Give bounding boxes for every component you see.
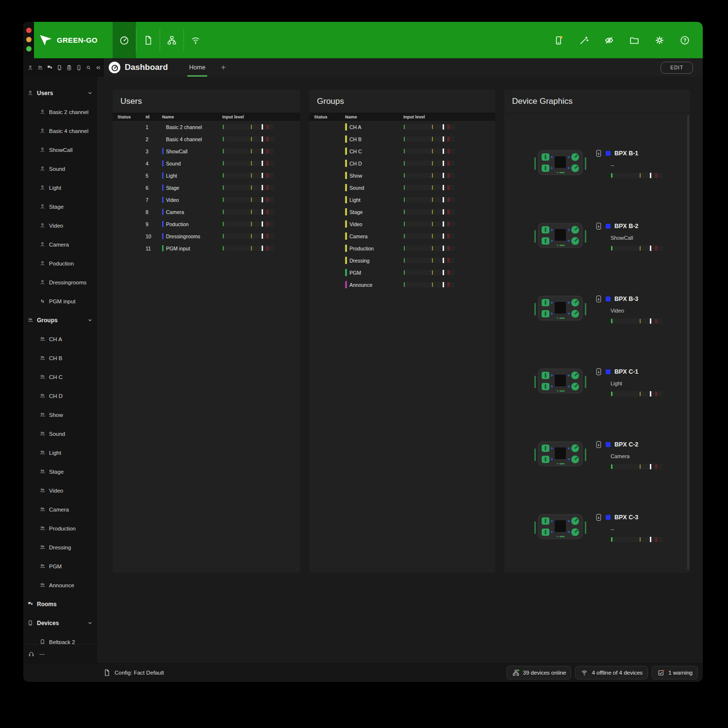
devices-offline-status[interactable]: 4 offline of 4 devices <box>575 666 648 679</box>
user-icon[interactable] <box>27 64 33 71</box>
sidebar-item-stage[interactable]: Stage <box>23 197 97 216</box>
sidebar-item-basic-4-channel[interactable]: Basic 4 channel <box>23 121 97 140</box>
table-row[interactable]: 5Light <box>113 169 300 182</box>
sidebar-item-light[interactable]: Light <box>23 178 97 197</box>
sidebar-item-ch-b[interactable]: CH B <box>23 348 97 367</box>
device-list-scrollbar[interactable] <box>687 115 689 570</box>
sidebar-item-dressing[interactable]: Dressing <box>23 538 97 557</box>
device-notification-button[interactable] <box>553 35 564 46</box>
sidebar-item-ch-c[interactable]: CH C <box>23 367 97 386</box>
new-tab-button[interactable]: + <box>221 63 226 72</box>
tab-home[interactable]: Home <box>186 58 208 77</box>
device-expand-icon[interactable] <box>596 222 602 230</box>
sidebar-item-pgm-input[interactable]: PGM input <box>23 292 97 311</box>
table-row[interactable]: CH B <box>309 133 495 145</box>
devices-online-status[interactable]: 39 devices online <box>507 666 572 679</box>
nav-file-button[interactable] <box>136 22 160 58</box>
clipboard-icon[interactable] <box>66 64 72 71</box>
sidebar-item-beltpack-2[interactable]: Beltpack 2 <box>23 632 97 645</box>
device-entry[interactable]: BPX B-2ShowCall <box>504 200 690 273</box>
gear-button[interactable] <box>654 35 665 46</box>
table-row[interactable]: 3ShowCall <box>113 145 300 157</box>
eye-off-button[interactable] <box>604 35 614 46</box>
magic-wand-button[interactable] <box>579 35 589 46</box>
edit-button[interactable]: EDIT <box>661 62 693 74</box>
window-zoom-button[interactable] <box>26 46 32 51</box>
table-row[interactable]: Show <box>309 169 495 182</box>
device-entry[interactable]: BPX C-1Light <box>504 346 690 418</box>
table-row[interactable]: Dressing <box>309 254 495 266</box>
window-minimize-button[interactable] <box>26 37 32 42</box>
warnings-status[interactable]: 1 warning <box>652 666 698 679</box>
nav-network-button[interactable] <box>160 22 183 58</box>
phone-icon[interactable] <box>76 64 82 71</box>
sidebar-section-users[interactable]: Users <box>23 83 97 102</box>
table-row[interactable]: 7Video <box>113 194 300 206</box>
table-row[interactable]: CH D <box>309 157 495 169</box>
device-entry[interactable]: BPX C-3-- <box>504 491 690 564</box>
search-icon[interactable] <box>85 64 92 71</box>
sidebar-item-production[interactable]: Production <box>23 519 97 538</box>
table-row[interactable]: 4Sound <box>113 157 300 169</box>
sidebar-item-video[interactable]: Video <box>23 216 97 235</box>
chat-icon[interactable] <box>47 64 53 71</box>
table-row[interactable]: 10Dressingrooms <box>113 230 300 242</box>
table-row[interactable]: 11PGM input <box>113 242 300 254</box>
collapse-left-icon[interactable] <box>95 64 101 71</box>
table-row[interactable]: PGM <box>309 266 495 279</box>
table-row[interactable]: CH A <box>309 121 495 133</box>
sidebar-item-showcall[interactable]: ShowCall <box>23 140 97 159</box>
table-row[interactable]: Camera <box>309 230 495 242</box>
user-group-icon[interactable] <box>37 64 43 71</box>
table-row[interactable]: 8Camera <box>113 206 300 218</box>
device-entry[interactable]: BPX B-3Video <box>504 273 690 346</box>
table-row[interactable]: Stage <box>309 206 495 218</box>
table-row[interactable]: Announce <box>309 279 495 291</box>
beltpack-icon[interactable] <box>56 64 63 71</box>
device-expand-icon[interactable] <box>596 368 602 376</box>
table-row[interactable]: Light <box>309 194 495 206</box>
table-row[interactable]: 6Stage <box>113 182 300 194</box>
device-entry[interactable]: BPX B-1-- <box>504 127 690 200</box>
sidebar-item-ch-d[interactable]: CH D <box>23 386 97 405</box>
sidebar-item-basic-2-channel[interactable]: Basic 2 channel <box>23 102 97 121</box>
help-button[interactable]: ? <box>679 35 690 46</box>
device-entry[interactable]: BPX C-2Camera <box>504 418 690 491</box>
sidebar-section-devices[interactable]: Devices <box>23 613 97 632</box>
table-row[interactable]: CH C <box>309 145 495 157</box>
table-row[interactable]: Production <box>309 242 495 254</box>
sidebar-section-groups[interactable]: Groups <box>23 311 97 330</box>
sidebar-item-sound[interactable]: Sound <box>23 159 97 178</box>
device-expand-icon[interactable] <box>596 441 602 448</box>
sidebar-section-rooms[interactable]: Rooms <box>23 595 97 613</box>
nav-wifi-button[interactable] <box>184 22 207 58</box>
chevron-down-icon[interactable] <box>87 317 93 323</box>
sidebar-item-show[interactable]: Show <box>23 405 97 424</box>
sidebar-item-light[interactable]: Light <box>23 443 97 462</box>
sidebar-item-poduction[interactable]: Poduction <box>23 254 97 273</box>
sidebar-item-ch-a[interactable]: CH A <box>23 330 97 348</box>
level-cell <box>403 221 495 227</box>
device-expand-icon[interactable] <box>596 149 602 157</box>
folder-button[interactable] <box>629 35 640 46</box>
sidebar-item-video[interactable]: Video <box>23 481 97 500</box>
table-row[interactable]: Video <box>309 218 495 230</box>
sidebar-item-camera[interactable]: Camera <box>23 500 97 519</box>
window-close-button[interactable] <box>26 28 32 33</box>
sidebar-item-stage[interactable]: Stage <box>23 462 97 481</box>
sidebar-item-pgm[interactable]: PGM <box>23 557 97 576</box>
chevron-down-icon[interactable] <box>87 90 93 96</box>
chevron-down-icon[interactable] <box>87 620 93 626</box>
headphone-icon[interactable] <box>28 651 34 657</box>
sidebar-item-sound[interactable]: Sound <box>23 424 97 443</box>
device-expand-icon[interactable] <box>596 513 602 521</box>
table-row[interactable]: 9Poduction <box>113 218 300 230</box>
table-row[interactable]: 2Basic 4 channel <box>113 133 300 145</box>
nav-gauge-button[interactable] <box>113 22 136 58</box>
sidebar-item-camera[interactable]: Camera <box>23 235 97 254</box>
table-row[interactable]: Sound <box>309 182 495 194</box>
sidebar-item-dressingrooms[interactable]: Dressingrooms <box>23 273 97 292</box>
sidebar-item-announce[interactable]: Announce <box>23 576 97 595</box>
table-row[interactable]: 1Basic 2 channel <box>113 121 300 133</box>
device-expand-icon[interactable] <box>596 295 602 303</box>
